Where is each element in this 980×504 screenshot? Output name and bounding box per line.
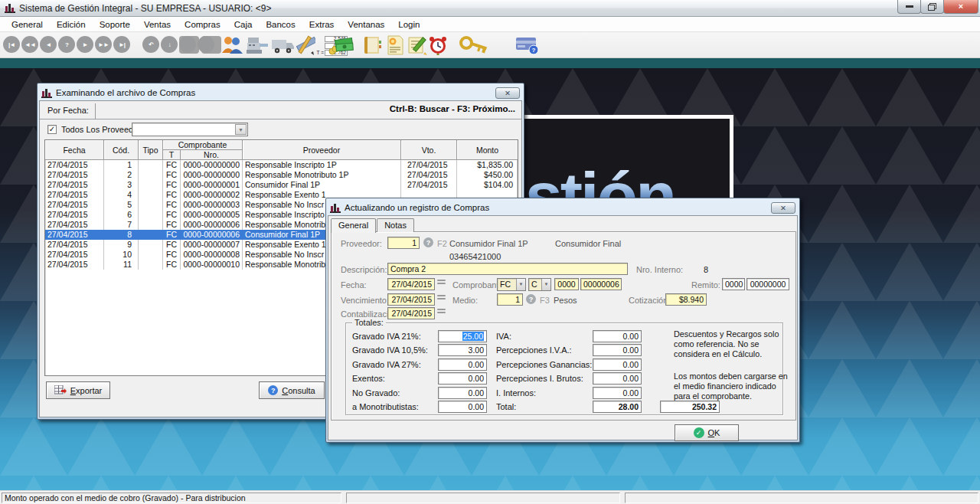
todos-proveedores-checkbox[interactable]: ✓ <box>47 125 57 134</box>
totales-field[interactable]: 0.00 <box>593 358 642 371</box>
cell-fecha: 27/04/2015 <box>45 160 104 170</box>
proveedor-help-icon[interactable]: ? <box>423 237 433 247</box>
nav-help-button[interactable]: ? <box>58 36 75 53</box>
cell-proveedor: Responsable Monotributo 1P <box>243 170 401 180</box>
fecha-field[interactable]: 27/04/2015 <box>387 278 435 290</box>
totales-field[interactable]: 0.00 <box>438 401 487 413</box>
tab-por-fecha[interactable]: Por Fecha: <box>43 103 96 119</box>
proveedor-combobox[interactable]: ▼ <box>132 123 248 136</box>
menu-caja[interactable]: Caja <box>227 18 260 31</box>
nav-insert-button[interactable]: ↓ <box>161 36 178 53</box>
cash-register-icon[interactable] <box>245 34 270 56</box>
key-icon[interactable] <box>459 34 490 56</box>
header-monto[interactable]: Monto <box>457 140 518 160</box>
truck-icon[interactable] <box>270 34 295 56</box>
totales-field[interactable]: 0.00 <box>438 387 487 399</box>
menu-bancos[interactable]: Bancos <box>259 18 302 31</box>
totales-label: Percepciones I. Brutos: <box>496 374 593 383</box>
remito-pv-field[interactable]: 0000 <box>722 278 745 290</box>
cotizacion-field[interactable]: $8.940 <box>665 293 707 306</box>
totales-field[interactable]: 28.00 <box>593 401 642 413</box>
menu-ventas[interactable]: Ventas <box>137 18 178 31</box>
header-cod[interactable]: Cód. <box>104 140 139 160</box>
totales-field[interactable]: 0.00 <box>438 358 487 371</box>
dialog-close-button[interactable]: ✕ <box>771 202 795 214</box>
menu-compras[interactable]: Compras <box>178 18 227 31</box>
table-row[interactable]: 27/04/20152FC0000-00000000Responsable Mo… <box>45 170 518 180</box>
totales-field[interactable]: 25.00 <box>438 330 487 342</box>
chevron-down-icon[interactable]: ▼ <box>235 124 247 135</box>
vencimiento-field[interactable]: 27/04/2015 <box>387 293 435 306</box>
tab-general[interactable]: General <box>331 218 376 233</box>
medio-field[interactable]: 1 <box>497 293 523 306</box>
proveedor-cuit: 03465421000 <box>449 252 501 261</box>
descripcion-field[interactable]: Compra 2 <box>387 263 628 275</box>
nav-first-button[interactable]: |◄ <box>3 36 20 53</box>
chevron-down-icon[interactable]: ▼ <box>541 279 550 290</box>
menu-general[interactable]: General <box>5 18 50 31</box>
consulta-button[interactable]: ? Consulta <box>259 381 325 399</box>
nav-prev-button[interactable]: ◄ <box>40 36 57 53</box>
medio-help-icon[interactable]: ? <box>526 294 536 304</box>
comprobante-letra-combobox[interactable]: C▼ <box>528 278 551 291</box>
totales-field-2[interactable]: 250.32 <box>660 401 720 413</box>
cell-tipo <box>139 220 163 230</box>
menu-login[interactable]: Login <box>391 18 426 31</box>
ruler-pencil-icon[interactable] <box>296 34 315 56</box>
comprobante-nro-field[interactable]: 00000006 <box>580 278 622 290</box>
exportar-button[interactable]: Exportar <box>46 381 110 399</box>
ok-button[interactable]: ✓ OK <box>675 424 739 441</box>
header-comprobante[interactable]: Comprobante T Nro. <box>163 140 243 160</box>
users-icon[interactable] <box>220 34 243 56</box>
table-row[interactable]: 27/04/20153FC0000-00000001Consumidor Fin… <box>45 180 518 190</box>
nav-blank-button-2[interactable] <box>198 36 214 53</box>
totales-field[interactable]: 3.00 <box>438 344 487 356</box>
close-button[interactable]: × <box>943 0 978 14</box>
comprobante-pv-field[interactable]: 0000 <box>554 278 579 290</box>
contabilizacion-spinner[interactable] <box>437 307 446 315</box>
comprobante-tipo-combobox[interactable]: FC▼ <box>497 278 526 291</box>
help-card-icon[interactable]: ? <box>514 34 539 56</box>
tab-notas[interactable]: Notas <box>377 218 414 232</box>
proveedor-field[interactable]: 1 <box>387 237 420 249</box>
address-book-icon[interactable] <box>361 34 383 56</box>
cell-cod: 7 <box>104 220 139 230</box>
nav-forward-button[interactable]: ►► <box>95 36 112 53</box>
minimize-button[interactable] <box>897 0 921 14</box>
money-icon[interactable] <box>328 34 354 56</box>
header-fecha[interactable]: Fecha <box>45 140 104 160</box>
restore-button[interactable] <box>920 0 944 14</box>
header-vto[interactable]: Vto. <box>401 140 457 160</box>
menu-edicion[interactable]: Edición <box>50 18 93 31</box>
contabilizacion-field[interactable]: 27/04/2015 <box>387 307 435 319</box>
notepad-pencil-icon[interactable] <box>407 34 428 56</box>
menu-extras[interactable]: Extras <box>302 18 341 31</box>
nav-blank-button-1[interactable] <box>179 36 196 53</box>
nav-next-button[interactable]: ► <box>77 36 93 53</box>
chevron-down-icon[interactable]: ▼ <box>516 279 525 290</box>
totales-field[interactable]: 0.00 <box>593 330 642 342</box>
browse-dialog-titlebar[interactable]: Examinando el archivo de Compras ✕ <box>39 85 522 100</box>
nav-undo-button[interactable]: ↶ <box>142 36 159 53</box>
table-row[interactable]: 27/04/20151FC0000-00000000Responsable In… <box>45 160 518 170</box>
menu-soporte[interactable]: Soporte <box>93 18 137 31</box>
totales-field[interactable]: 0.00 <box>438 372 487 385</box>
ok-label: OK <box>708 428 720 437</box>
certificate-icon[interactable] <box>385 34 405 56</box>
update-dialog-titlebar[interactable]: Actualizando un registro de Compras ✕ <box>328 200 798 215</box>
alarm-clock-icon[interactable] <box>427 34 449 56</box>
dialog-close-button[interactable]: ✕ <box>495 87 520 99</box>
nav-rewind-button[interactable]: ◄◄ <box>21 36 38 53</box>
cell-tipo <box>139 250 163 260</box>
vencimiento-spinner[interactable] <box>437 293 446 301</box>
menu-ventanas[interactable]: Ventanas <box>341 18 391 31</box>
header-tipo[interactable]: Tipo <box>139 140 163 160</box>
header-proveedor[interactable]: Proveedor <box>243 140 401 160</box>
totales-label: IVA: <box>496 332 593 341</box>
totales-field[interactable]: 0.00 <box>593 387 642 399</box>
remito-nro-field[interactable]: 00000000 <box>746 278 789 290</box>
nav-last-button[interactable]: ►| <box>113 36 130 53</box>
fecha-spinner[interactable] <box>437 278 446 286</box>
totales-field[interactable]: 0.00 <box>593 344 642 356</box>
totales-field[interactable]: 0.00 <box>593 372 642 385</box>
